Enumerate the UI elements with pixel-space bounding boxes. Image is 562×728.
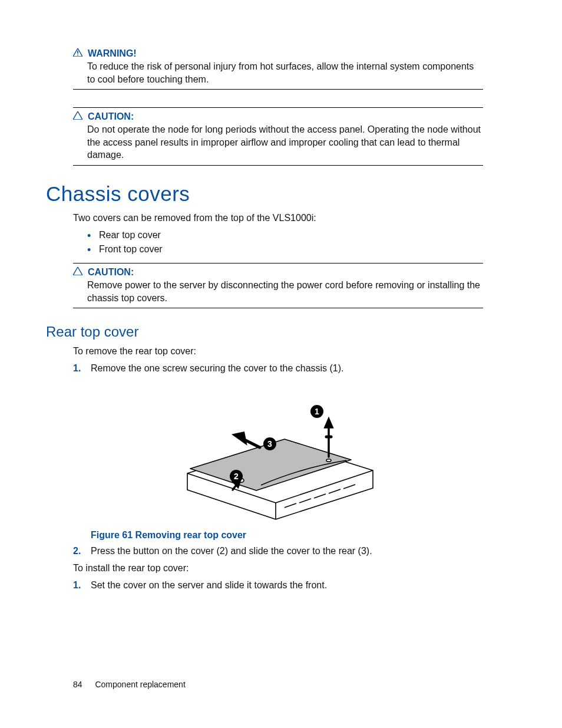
rule <box>73 89 483 90</box>
caution-icon <box>73 267 82 277</box>
rule <box>73 107 483 108</box>
list-item: 2.Press the button on the cover (2) and … <box>73 544 483 558</box>
svg-rect-1 <box>77 55 78 56</box>
callout-2: 2 <box>234 472 239 481</box>
list-item: 1.Remove the one screw securing the cove… <box>73 361 483 375</box>
list-item: Rear top cover <box>87 228 483 243</box>
list-item: 1.Set the cover on the server and slide … <box>73 578 483 592</box>
cover-bullet-list: Rear top cover Front top cover <box>87 228 483 258</box>
figure-caption: Figure 61 Removing rear top cover <box>91 530 483 541</box>
rule <box>73 263 483 263</box>
rule <box>73 165 483 166</box>
caution2-text: Remove power to the server by disconnect… <box>87 279 483 304</box>
caution2-label: CAUTION: <box>88 267 134 278</box>
warning-icon <box>73 48 82 58</box>
callout-3: 3 <box>267 439 272 449</box>
install-lead: To install the rear top cover: <box>73 562 483 575</box>
page-number: 84 <box>73 680 82 689</box>
intro-text: Two covers can be removed from the top o… <box>73 212 483 225</box>
caution2-block: CAUTION: Remove power to the server by d… <box>73 267 483 304</box>
svg-marker-12 <box>325 419 332 427</box>
remove-steps-continued: 2.Press the button on the cover (2) and … <box>73 544 483 558</box>
figure-61: 1 2 3 <box>74 391 483 521</box>
svg-marker-19 <box>235 433 245 442</box>
svg-rect-0 <box>77 51 78 54</box>
callout-1: 1 <box>315 407 319 416</box>
caution1-label: CAUTION: <box>88 111 134 122</box>
caution1-header: CAUTION: <box>73 111 483 122</box>
list-item: Front top cover <box>87 242 483 257</box>
remove-steps: 1.Remove the one screw securing the cove… <box>73 361 483 375</box>
svg-point-9 <box>326 459 331 462</box>
step-text: Press the button on the cover (2) and sl… <box>91 546 372 556</box>
heading-rear-top-cover: Rear top cover <box>46 324 483 340</box>
rule <box>73 308 483 308</box>
caution2-header: CAUTION: <box>73 267 483 278</box>
heading-chassis-covers: Chassis covers <box>46 182 483 206</box>
page-footer: 84 Component replacement <box>73 680 186 689</box>
page: WARNING! To reduce the risk of personal … <box>0 0 562 728</box>
section-title: Component replacement <box>95 680 185 689</box>
caution1-text: Do not operate the node for long periods… <box>87 123 483 162</box>
warning-text: To reduce the risk of personal injury fr… <box>87 60 483 85</box>
figure-illustration: 1 2 3 <box>178 391 379 521</box>
warning-block: WARNING! To reduce the risk of personal … <box>73 48 483 85</box>
remove-lead: To remove the rear top cover: <box>73 345 483 358</box>
step-text: Set the cover on the server and slide it… <box>91 580 327 590</box>
warning-header: WARNING! <box>73 48 483 59</box>
caution1-block: CAUTION: Do not operate the node for lon… <box>73 111 483 162</box>
step-text: Remove the one screw securing the cover … <box>91 363 344 373</box>
warning-label: WARNING! <box>88 48 137 59</box>
install-steps: 1.Set the cover on the server and slide … <box>73 578 483 592</box>
caution-icon <box>73 111 82 121</box>
